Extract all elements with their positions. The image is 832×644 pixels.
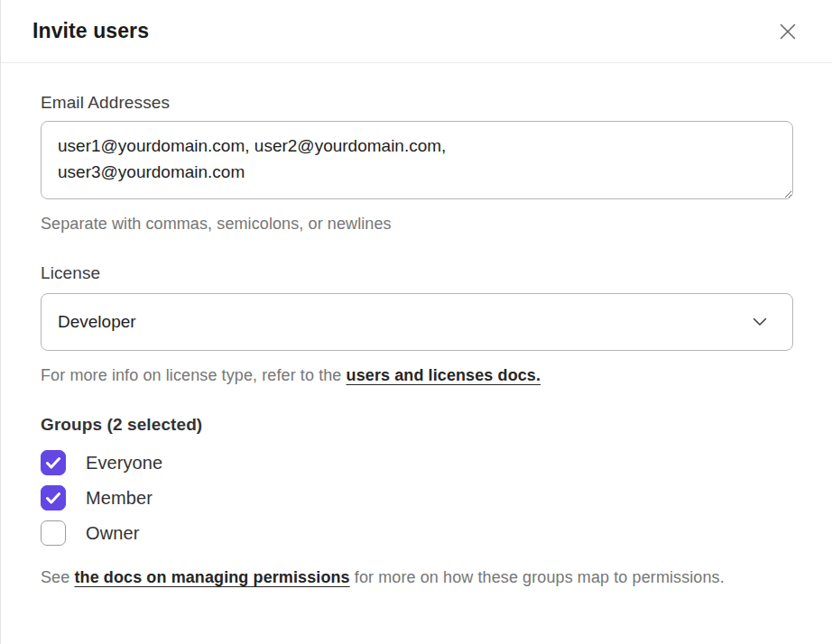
groups-footer-prefix: See	[41, 568, 74, 586]
license-select[interactable]: Developer	[41, 293, 793, 351]
license-helper-prefix: For more info on license type, refer to …	[41, 366, 347, 384]
license-helper-text: For more info on license type, refer to …	[41, 363, 792, 389]
modal-header: Invite users	[1, 0, 832, 63]
users-licenses-docs-link[interactable]: users and licenses docs.	[347, 366, 541, 384]
email-helper-text: Separate with commas, semicolons, or new…	[41, 211, 792, 237]
email-addresses-input[interactable]: user1@yourdomain.com, user2@yourdomain.c…	[41, 121, 793, 199]
modal-body: Email Addresses user1@yourdomain.com, us…	[1, 63, 832, 591]
everyone-checkbox-label[interactable]: Everyone	[86, 453, 162, 474]
email-addresses-label: Email Addresses	[41, 93, 792, 113]
groups-footer-note: See the docs on managing permissions for…	[41, 565, 792, 591]
checkmark-icon	[46, 457, 60, 469]
group-row-owner[interactable]: Owner	[41, 520, 792, 546]
groups-label: Groups (2 selected)	[41, 415, 792, 435]
managing-permissions-docs-link[interactable]: the docs on managing permissions	[74, 568, 349, 586]
everyone-checkbox[interactable]	[41, 450, 66, 475]
modal-title: Invite users	[32, 19, 149, 43]
groups-checkbox-list: Everyone Member Owner	[41, 450, 792, 546]
invite-users-modal: Invite users Email Addresses user1@yourd…	[0, 0, 832, 644]
chevron-down-icon	[753, 317, 767, 327]
member-checkbox-label[interactable]: Member	[86, 488, 153, 509]
groups-footer-suffix: for more on how these groups map to perm…	[350, 568, 725, 586]
close-icon	[777, 21, 799, 42]
group-row-everyone[interactable]: Everyone	[41, 450, 792, 475]
owner-checkbox-label[interactable]: Owner	[86, 523, 139, 544]
checkmark-icon	[46, 492, 60, 504]
close-button[interactable]	[773, 17, 802, 46]
owner-checkbox[interactable]	[41, 520, 66, 546]
member-checkbox[interactable]	[41, 485, 66, 511]
group-row-member[interactable]: Member	[41, 485, 792, 511]
license-label: License	[41, 263, 792, 283]
license-selected-value: Developer	[58, 312, 136, 332]
